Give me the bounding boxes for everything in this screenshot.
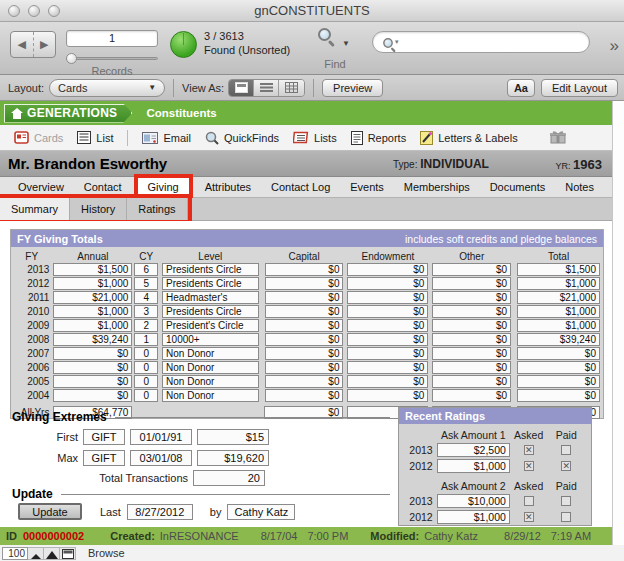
subtab-ratings[interactable]: Ratings: [127, 198, 187, 220]
reports-item[interactable]: Reports: [351, 131, 407, 145]
record-slider-track[interactable]: [66, 57, 158, 60]
endowment-field[interactable]: $0: [347, 347, 428, 360]
cy-field[interactable]: 6: [134, 263, 158, 276]
update-button[interactable]: Update: [18, 503, 82, 520]
tab-giving[interactable]: Giving: [138, 178, 189, 196]
paid-checkbox[interactable]: [561, 512, 571, 522]
asked-checkbox[interactable]: [524, 496, 534, 506]
capital-field[interactable]: $0: [265, 263, 344, 276]
search-scope-arrow[interactable]: ▾: [395, 38, 399, 46]
max-date-field[interactable]: 03/01/08: [130, 450, 192, 466]
view-form-button[interactable]: [229, 80, 254, 96]
annual-field[interactable]: $1,000: [53, 277, 132, 290]
level-field[interactable]: Non Donor: [162, 375, 259, 388]
ask-amount-field[interactable]: $10,000: [437, 494, 510, 508]
first-type-field[interactable]: GIFT: [83, 429, 125, 445]
level-field[interactable]: 10000+: [162, 333, 259, 346]
other-field[interactable]: $0: [432, 263, 511, 276]
other-field[interactable]: $0: [432, 361, 511, 374]
zoom-in-button[interactable]: [44, 547, 60, 560]
list-view-item[interactable]: List: [77, 131, 113, 144]
cy-field[interactable]: 0: [134, 361, 158, 374]
first-date-field[interactable]: 01/01/91: [130, 429, 192, 445]
level-field[interactable]: Presidents Circle: [162, 263, 259, 276]
paid-checkbox[interactable]: ✕: [561, 461, 571, 471]
other-field[interactable]: $0: [432, 305, 511, 318]
level-field[interactable]: Non Donor: [162, 347, 259, 360]
format-text-button[interactable]: Aa: [507, 79, 535, 97]
ask-amount-field[interactable]: $1,000: [437, 459, 510, 473]
annual-field[interactable]: $0: [53, 361, 132, 374]
paid-checkbox[interactable]: [561, 445, 571, 455]
capital-field[interactable]: $0: [265, 305, 344, 318]
generations-home-badge[interactable]: GENERATIONS: [4, 104, 132, 123]
preview-button[interactable]: Preview: [322, 79, 383, 97]
level-field[interactable]: Presidents Circle: [162, 277, 259, 290]
cy-field[interactable]: 3: [134, 305, 158, 318]
tab-overview[interactable]: Overview: [14, 178, 68, 196]
total-transactions-field[interactable]: 20: [193, 470, 265, 486]
gift-item[interactable]: [550, 129, 566, 146]
record-slider-thumb[interactable]: [66, 53, 77, 64]
capital-field[interactable]: $0: [265, 361, 344, 374]
asked-checkbox[interactable]: ✕: [524, 445, 534, 455]
max-type-field[interactable]: GIFT: [83, 450, 125, 466]
total-field[interactable]: $39,240: [517, 333, 600, 346]
subtab-history[interactable]: History: [70, 198, 127, 220]
find-button[interactable]: ▼: [318, 28, 352, 54]
tab-events[interactable]: Events: [346, 178, 388, 196]
capital-field[interactable]: $0: [265, 319, 344, 332]
letters-labels-item[interactable]: Letters & Labels: [420, 131, 518, 145]
endowment-field[interactable]: $0: [347, 277, 428, 290]
annual-field[interactable]: $1,000: [53, 305, 132, 318]
other-field[interactable]: $0: [432, 277, 511, 290]
tab-attributes[interactable]: Attributes: [201, 178, 255, 196]
edit-layout-button[interactable]: Edit Layout: [541, 79, 618, 97]
other-field[interactable]: $0: [432, 375, 511, 388]
cy-field[interactable]: 2: [134, 319, 158, 332]
capital-field[interactable]: $0: [265, 347, 344, 360]
cy-field[interactable]: 0: [134, 347, 158, 360]
endowment-field[interactable]: $0: [347, 333, 428, 346]
capital-field[interactable]: $0: [265, 291, 344, 304]
max-amount-field[interactable]: $19,620: [197, 450, 269, 466]
capital-field[interactable]: $0: [265, 333, 344, 346]
last-update-date-field[interactable]: 8/27/2012: [127, 504, 193, 520]
other-field[interactable]: $0: [432, 389, 511, 402]
cy-field[interactable]: 5: [134, 277, 158, 290]
endowment-field[interactable]: $0: [347, 291, 428, 304]
total-field[interactable]: $0: [517, 375, 600, 388]
cy-field[interactable]: 0: [134, 375, 158, 388]
other-field[interactable]: $0: [432, 347, 511, 360]
next-record-button[interactable]: ▶: [34, 32, 56, 57]
other-field[interactable]: $0: [432, 291, 511, 304]
annual-field[interactable]: $0: [53, 375, 132, 388]
annual-field[interactable]: $0: [53, 389, 132, 402]
other-field[interactable]: $0: [432, 319, 511, 332]
view-list-button[interactable]: [254, 80, 279, 96]
level-field[interactable]: President's Circle: [162, 319, 259, 332]
annual-field[interactable]: $1,000: [53, 319, 132, 332]
total-field[interactable]: $1,000: [517, 319, 600, 332]
cards-view-item[interactable]: Cards: [14, 131, 63, 144]
level-field[interactable]: Non Donor: [162, 389, 259, 402]
capital-field[interactable]: $0: [265, 389, 344, 402]
asked-checkbox[interactable]: ✕: [524, 512, 534, 522]
total-field[interactable]: $1,000: [517, 277, 600, 290]
capital-field[interactable]: $0: [265, 375, 344, 388]
updated-by-field[interactable]: Cathy Katz: [227, 504, 295, 520]
total-field[interactable]: $0: [517, 347, 600, 360]
level-field[interactable]: Headmaster's: [162, 291, 259, 304]
endowment-field[interactable]: $0: [347, 263, 428, 276]
other-field[interactable]: $0: [432, 333, 511, 346]
level-field[interactable]: Non Donor: [162, 361, 259, 374]
total-field[interactable]: $0: [517, 361, 600, 374]
current-record-input[interactable]: 1: [66, 30, 158, 47]
annual-field[interactable]: $39,240: [53, 333, 132, 346]
annual-field[interactable]: $0: [53, 347, 132, 360]
total-field[interactable]: $21,000: [517, 291, 600, 304]
view-table-button[interactable]: [279, 80, 304, 96]
toggle-status-toolbar-button[interactable]: [60, 547, 76, 560]
annual-field[interactable]: $21,000: [53, 291, 132, 304]
ask-amount-field[interactable]: $1,000: [437, 510, 510, 524]
